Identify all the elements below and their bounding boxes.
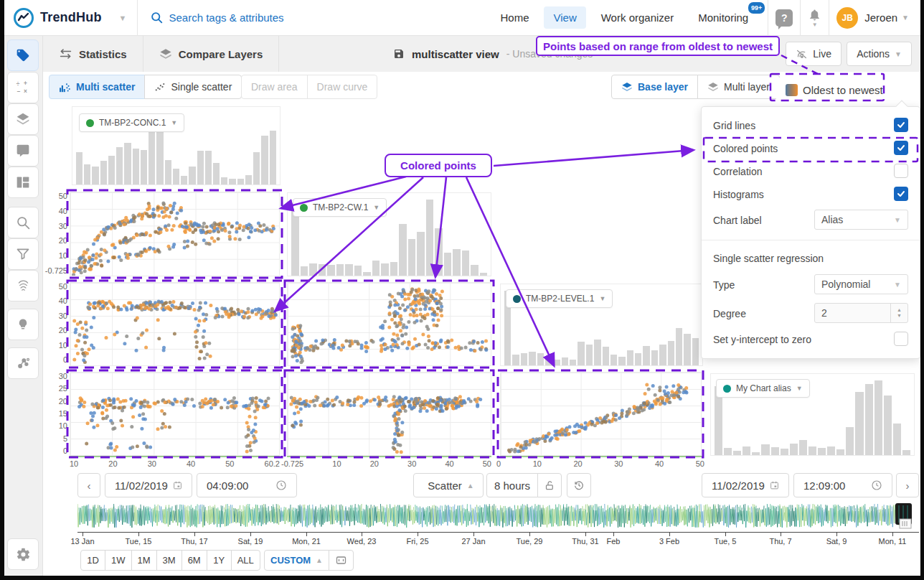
- colored-points-checkbox[interactable]: [894, 141, 908, 155]
- save-icon[interactable]: [393, 48, 405, 60]
- range-all[interactable]: ALL: [231, 550, 260, 571]
- user-name: Jeroen: [864, 11, 897, 24]
- end-date-input[interactable]: 11/02/2019: [702, 473, 789, 497]
- start-date-input[interactable]: 11/02/2019: [105, 473, 192, 497]
- sidebar-item-tags[interactable]: [7, 39, 39, 71]
- draw-curve-button[interactable]: Draw curve: [307, 75, 378, 99]
- scatter-plot-r4c2[interactable]: [287, 372, 491, 456]
- sidebar-item-dashboard[interactable]: [7, 167, 39, 198]
- oldest-to-newest-button[interactable]: Oldest to newest: [776, 78, 892, 102]
- search-input[interactable]: [169, 11, 356, 24]
- user-chevron-down-icon[interactable]: ▼: [902, 14, 909, 22]
- histogram-bar: [827, 446, 835, 455]
- avatar[interactable]: JB: [836, 7, 858, 29]
- lock-duration-button[interactable]: [537, 473, 562, 497]
- histogram-bar: [213, 163, 220, 184]
- duration-button[interactable]: 8 hours: [486, 473, 538, 497]
- spinner-buttons[interactable]: ▲▼: [890, 304, 908, 322]
- tag-chip-conc[interactable]: TM-BP2-CONC.1▼: [79, 113, 184, 132]
- histogram-bar: [668, 341, 674, 365]
- notifications-button[interactable]: ▼: [808, 8, 821, 28]
- histogram-bar: [586, 345, 593, 365]
- chart-label-dropdown[interactable]: Alias▼: [814, 210, 908, 230]
- history-button[interactable]: [567, 473, 591, 497]
- correlation-checkbox[interactable]: [894, 164, 908, 178]
- nav-item-monitoring[interactable]: Monitoring99+: [689, 6, 758, 29]
- axis-tick-label: Sat, 19: [238, 537, 263, 546]
- fit-range-button[interactable]: [329, 550, 354, 571]
- histogram-bar: [399, 224, 407, 276]
- help-icon[interactable]: ?: [776, 9, 793, 27]
- nav-item-work-organizer[interactable]: Work organizer: [592, 6, 683, 29]
- histogram-bar: [301, 266, 308, 276]
- statistics-button[interactable]: Statistics: [43, 36, 143, 72]
- live-button[interactable]: Live: [786, 42, 842, 66]
- sidebar-item-formulas[interactable]: ÷+−×: [7, 72, 39, 103]
- range-6m[interactable]: 6M: [182, 550, 207, 571]
- histogram-bar: [229, 179, 235, 184]
- tag-chip-cw[interactable]: TM-BP2-CW.1▼: [293, 198, 387, 217]
- prev-interval-button[interactable]: ‹: [77, 473, 100, 497]
- histogram-bar: [453, 249, 461, 276]
- actions-button[interactable]: Actions ▼: [847, 42, 912, 66]
- start-time-input[interactable]: 04:09:00: [197, 473, 297, 497]
- range-3m[interactable]: 3M: [156, 550, 182, 571]
- range-1y[interactable]: 1Y: [207, 550, 232, 571]
- range-1d[interactable]: 1D: [80, 550, 105, 571]
- range-1m[interactable]: 1M: [131, 550, 157, 571]
- sidebar-item-filter[interactable]: [7, 238, 39, 270]
- scatter-plot-r4c1[interactable]: [70, 372, 280, 456]
- histogram-bar: [408, 239, 416, 276]
- dashboard-icon: [16, 175, 30, 190]
- sidebar-item-comments[interactable]: [7, 135, 39, 167]
- tag-chip-alias[interactable]: My Chart alias▼: [716, 379, 810, 398]
- svg-text:÷: ÷: [16, 81, 20, 88]
- y-axis-row4: 302520151050: [40, 372, 67, 455]
- draw-area-button[interactable]: Draw area: [241, 75, 308, 99]
- base-layer-button[interactable]: Base layer: [611, 75, 698, 99]
- histogram-bar: [808, 446, 816, 455]
- sidebar-item-settings[interactable]: [7, 538, 39, 570]
- context-timeline-strip[interactable]: [77, 502, 917, 529]
- next-interval-button[interactable]: ›: [896, 473, 919, 497]
- range-custom[interactable]: CUSTOM ▲: [264, 550, 329, 571]
- multi-scatter-button[interactable]: Multi scatter: [49, 75, 145, 99]
- sidebar-item-fingerprint[interactable]: [7, 270, 39, 301]
- histogram-bar: [165, 160, 171, 184]
- histogram-bar: [327, 265, 335, 276]
- scatter-plot-r4c3[interactable]: [500, 372, 702, 456]
- end-time-input[interactable]: 12:09:00: [793, 473, 892, 497]
- compare-layers-button[interactable]: Compare Layers: [143, 36, 280, 72]
- multi-layer-button[interactable]: Multi layer: [697, 75, 780, 99]
- axis-tick-label: Mon, 21: [292, 537, 321, 546]
- scatter-plot-r3c2[interactable]: [287, 282, 491, 366]
- degree-input[interactable]: 2 ▲▼: [814, 303, 908, 323]
- y-intercept-checkbox[interactable]: [894, 332, 908, 346]
- nav-item-view[interactable]: View: [544, 6, 585, 29]
- axis-tick-label: 13 Jan: [70, 537, 94, 546]
- scatter-plot-r2c1[interactable]: [70, 192, 280, 276]
- global-search[interactable]: [138, 11, 356, 24]
- single-scatter-icon: [154, 82, 166, 92]
- histogram-bar: [545, 358, 552, 365]
- brand[interactable]: TrendHub ▼: [4, 7, 137, 29]
- range-callout: Points based on range from oldest to new…: [536, 36, 780, 56]
- sidebar-item-search[interactable]: [7, 207, 39, 238]
- histogram-bar: [471, 265, 478, 276]
- regression-type-dropdown[interactable]: Polynomial▼: [814, 274, 908, 294]
- grid-lines-checkbox[interactable]: [894, 118, 908, 132]
- nav-item-home[interactable]: Home: [491, 6, 538, 29]
- single-scatter-button[interactable]: Single scatter: [144, 75, 242, 99]
- sidebar-item-layers[interactable]: [7, 103, 39, 135]
- sidebar-item-recommendations[interactable]: [7, 309, 39, 340]
- sidebar-item-multiscatter[interactable]: [7, 347, 39, 379]
- tag-chip-level[interactable]: TM-BP2-LEVEL.1▼: [506, 289, 613, 308]
- chart-type-dropdown[interactable]: Scatter ▲: [413, 473, 484, 497]
- range-1w[interactable]: 1W: [105, 550, 132, 571]
- brand-chevron-down-icon[interactable]: ▼: [119, 14, 127, 22]
- scatter-plot-r3c1[interactable]: [70, 282, 280, 366]
- histograms-checkbox[interactable]: [894, 187, 908, 201]
- degree-label: Degree: [713, 308, 746, 319]
- layers-icon: [707, 81, 719, 93]
- chart-settings-panel: Grid lines Colored points Correlation Hi…: [701, 106, 920, 359]
